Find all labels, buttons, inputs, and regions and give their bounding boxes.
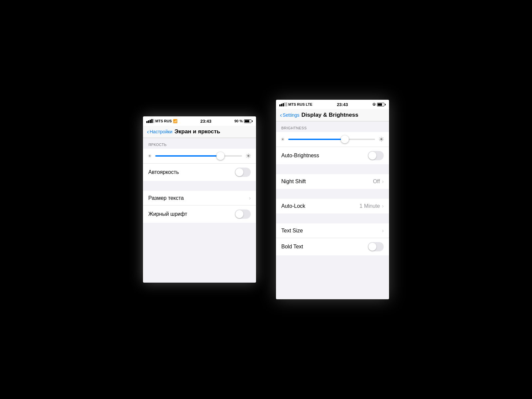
sun-large-icon: ☀	[245, 152, 251, 160]
signal-dot-3	[150, 120, 151, 123]
text-size-chevron: ›	[249, 195, 251, 201]
left-text-size-row[interactable]: Размер текста ›	[143, 191, 256, 205]
left-nav-bar: ‹ Настройки Экран и яркость	[143, 126, 256, 138]
right-status-right: ⦿	[372, 103, 386, 106]
right-auto-brightness-label: Auto-Brightness	[281, 153, 319, 159]
right-night-shift-row[interactable]: Night Shift Off ›	[276, 174, 389, 189]
left-brightness-label: ЯРКОСТЬ	[143, 138, 256, 149]
left-text-group: Размер текста › Жирный шрифт	[143, 191, 256, 223]
auto-lock-value: 1 Minute	[359, 203, 380, 209]
r-dot-2	[281, 104, 282, 106]
right-carrier-label: MTS RUS LTE	[288, 102, 313, 106]
right-auto-brightness-toggle[interactable]	[368, 151, 384, 160]
r-dot-5	[286, 102, 287, 106]
right-text-size-chevron: ›	[382, 228, 384, 234]
r-dot-4	[284, 102, 286, 106]
right-brightness-group: ☀ ☀ Auto-Brightness	[276, 132, 389, 164]
sun-small-icon: ☀	[148, 153, 152, 159]
bold-text-label: Bold Text	[281, 244, 303, 250]
signal-dot-1	[146, 121, 148, 123]
wifi-icon: 📶	[173, 119, 178, 123]
right-battery-body	[377, 103, 384, 106]
right-signal-dots	[279, 102, 287, 106]
left-bold-font-row: Жирный шрифт	[143, 205, 256, 223]
right-nav-bar: ‹ Settings Display & Brightness	[276, 109, 389, 121]
right-phone: MTS RUS LTE 23:43 ⦿ ‹ Settings Display &…	[276, 100, 389, 299]
right-battery-tip	[385, 104, 386, 105]
left-bottom-spacer	[143, 223, 256, 283]
brightness-fill	[155, 155, 220, 157]
battery-tip	[252, 120, 253, 122]
left-status-bar: MTS RUS 📶 23:43 90 %	[143, 116, 256, 126]
right-brightness-track[interactable]	[288, 139, 375, 140]
right-spacer-3	[276, 213, 389, 223]
bold-font-toggle[interactable]	[235, 209, 251, 219]
right-battery-fill	[378, 103, 382, 106]
right-bold-text-row: Bold Text	[276, 238, 389, 255]
left-nav-title: Экран и яркость	[175, 128, 220, 135]
battery-body	[244, 119, 251, 123]
brightness-track[interactable]	[155, 155, 242, 157]
left-status-right: 90 %	[234, 119, 253, 123]
r-dot-3	[283, 103, 284, 106]
night-shift-right: Off ›	[373, 179, 384, 185]
left-phone: MTS RUS 📶 23:43 90 % ‹ Настройки Экран и	[143, 116, 256, 283]
bold-text-toggle[interactable]	[368, 242, 384, 251]
brightness-slider-row: ☀ ☀	[143, 149, 256, 164]
left-screen: MTS RUS 📶 23:43 90 % ‹ Настройки Экран и	[143, 116, 256, 283]
toggle-knob	[235, 168, 243, 176]
right-text-size-right: ›	[382, 228, 384, 234]
auto-lock-label: Auto-Lock	[281, 203, 305, 209]
right-text-size-row[interactable]: Text Size ›	[276, 223, 389, 238]
right-brightness-thumb[interactable]	[341, 135, 349, 143]
right-status-left: MTS RUS LTE	[279, 102, 313, 106]
auto-brightness-toggle[interactable]	[235, 168, 251, 177]
signal-dot-4	[151, 119, 153, 123]
left-brightness-group: ☀ ☀ Автояркость	[143, 149, 256, 181]
signal-dot-2	[148, 120, 149, 123]
right-back-label: Settings	[283, 112, 300, 118]
bold-font-label: Жирный шрифт	[148, 211, 187, 217]
text-size-label: Размер текста	[148, 195, 184, 201]
left-back-button[interactable]: ‹ Настройки	[147, 129, 173, 135]
carrier-label: MTS RUS	[155, 119, 172, 123]
right-spacer-1	[276, 164, 389, 174]
signal-dots	[146, 119, 154, 123]
brightness-thumb[interactable]	[216, 152, 224, 160]
right-bottom-spacer	[276, 255, 389, 299]
night-shift-label: Night Shift	[281, 179, 306, 185]
right-sun-small-icon: ☀	[281, 137, 285, 142]
night-shift-chevron: ›	[382, 179, 384, 185]
back-arrow-icon: ‹	[147, 129, 149, 135]
bold-toggle-knob	[368, 243, 376, 251]
auto-lock-right: 1 Minute ›	[359, 203, 384, 209]
right-back-arrow-icon: ‹	[280, 112, 282, 118]
signal-dot-5	[153, 119, 154, 123]
right-brightness-label: BRIGHTNESS	[276, 121, 389, 132]
right-toggle-knob-auto	[368, 152, 376, 160]
right-auto-brightness-row: Auto-Brightness	[276, 147, 389, 164]
bold-toggle-knob	[235, 210, 243, 218]
right-camera-icon: ⦿	[372, 103, 376, 106]
right-back-button[interactable]: ‹ Settings	[280, 112, 300, 118]
right-brightness-fill	[288, 139, 345, 140]
left-back-label: Настройки	[150, 129, 173, 134]
night-shift-value: Off	[373, 179, 380, 185]
auto-brightness-label: Автояркость	[148, 169, 179, 175]
right-nav-title: Display & Brightness	[302, 112, 358, 118]
r-dot-1	[279, 104, 281, 106]
right-status-bar: MTS RUS LTE 23:43 ⦿	[276, 100, 389, 109]
left-time: 23:43	[200, 119, 211, 124]
right-night-group: Night Shift Off ›	[276, 174, 389, 189]
right-auto-lock-row[interactable]: Auto-Lock 1 Minute ›	[276, 199, 389, 213]
right-brightness-slider-row: ☀ ☀	[276, 132, 389, 147]
battery-percent: 90 %	[234, 119, 243, 123]
right-battery-icon	[377, 103, 386, 106]
text-size-right: ›	[249, 195, 251, 201]
right-lock-group: Auto-Lock 1 Minute ›	[276, 199, 389, 213]
auto-lock-chevron: ›	[382, 203, 384, 209]
right-text-group: Text Size › Bold Text	[276, 223, 389, 255]
battery-fill	[245, 120, 249, 122]
right-text-size-label: Text Size	[281, 228, 303, 234]
battery-icon	[244, 119, 253, 123]
